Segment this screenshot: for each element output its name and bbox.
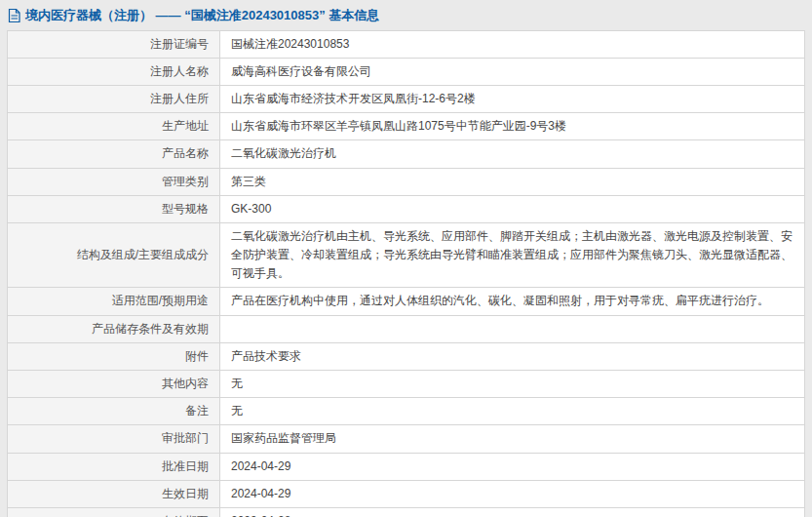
row-label-text: 注册人名称 (150, 64, 209, 78)
row-value: 2024-04-29 (220, 453, 805, 480)
table-row: 适用范围/预期用途产品在医疗机构中使用，通过对人体组织的汽化、碳化、凝固和照射，… (8, 288, 805, 315)
row-label: 其他内容 (8, 371, 220, 398)
row-label: 管理类别 (8, 168, 220, 195)
row-value: 国械注准20243010853 (220, 30, 805, 58)
row-value: 国家药品监督管理局 (220, 425, 805, 453)
table-row: 备注无 (8, 398, 805, 425)
table-row: 型号规格GK-300 (8, 195, 805, 222)
row-label: 备注 (8, 398, 220, 425)
row-label-text: 产品名称 (162, 146, 209, 160)
row-value: 2029-04-28 (220, 507, 805, 517)
row-label: 适用范围/预期用途 (8, 288, 220, 315)
row-label-text: 注册人住所 (150, 92, 209, 105)
row-label: 审批部门 (8, 425, 220, 453)
row-label-text: 其他内容 (162, 377, 209, 390)
row-value: 2024-04-29 (220, 480, 805, 507)
row-value: 无 (220, 371, 805, 398)
table-row: 注册人名称威海高科医疗设备有限公司 (8, 58, 805, 85)
row-label: 结构及组成/主要组成成分 (8, 222, 220, 288)
table-row: 产品储存条件及有效期 (8, 315, 805, 342)
row-label: 有效期至 (8, 507, 220, 517)
row-value: 产品在医疗机构中使用，通过对人体组织的汽化、碳化、凝固和照射，用于对寻常疣、扁平… (220, 288, 805, 315)
table-row: 注册证编号国械注准20243010853 (8, 30, 805, 58)
row-label: 生产地址 (8, 113, 220, 140)
row-label-text: 型号规格 (162, 202, 209, 216)
row-label: 注册人名称 (8, 58, 220, 85)
row-label-text: 备注 (185, 404, 209, 418)
table-row: 审批部门国家药品监督管理局 (8, 425, 805, 453)
document-icon (8, 9, 20, 22)
page: 境内医疗器械（注册） —— “国械注准20243010853” 基本信息 注册证… (0, 0, 812, 517)
row-value: GK-300 (220, 195, 805, 222)
row-label: 注册人住所 (8, 85, 220, 112)
row-label: 批准日期 (8, 453, 220, 480)
row-value: 山东省威海市经济技术开发区凤凰街-12-6号2楼 (220, 85, 805, 112)
row-label-text: 审批部门 (162, 431, 209, 445)
row-label: 附件 (8, 342, 220, 370)
row-value: 山东省威海市环翠区羊亭镇凤凰山路1075号中节能产业园-9号3楼 (220, 113, 805, 140)
table-row: 批准日期2024-04-29 (8, 453, 805, 480)
row-value: 第三类 (220, 168, 805, 195)
info-table-body: 注册证编号国械注准20243010853注册人名称威海高科医疗设备有限公司注册人… (8, 30, 805, 517)
row-label-text: 管理类别 (162, 175, 209, 188)
row-value: 威海高科医疗设备有限公司 (220, 58, 805, 85)
row-label: 生效日期 (8, 480, 220, 507)
row-value: 无 (220, 398, 805, 425)
row-label-text: 附件 (185, 349, 209, 363)
table-row: 生效日期2024-04-29 (8, 480, 805, 507)
table-row: 产品名称二氧化碳激光治疗机 (8, 140, 805, 168)
table-row: 生产地址山东省威海市环翠区羊亭镇凤凰山路1075号中节能产业园-9号3楼 (8, 113, 805, 140)
row-value: 二氧化碳激光治疗机由主机、导光系统、应用部件、脚踏开关组成；主机由激光器、激光电… (220, 222, 805, 288)
table-row: 附件产品技术要求 (8, 342, 805, 370)
row-label: 注册证编号 (8, 30, 220, 58)
row-label-text: 生效日期 (162, 487, 209, 500)
info-table: 注册证编号国械注准20243010853注册人名称威海高科医疗设备有限公司注册人… (7, 30, 805, 517)
table-row: 注册人住所山东省威海市经济技术开发区凤凰街-12-6号2楼 (8, 85, 805, 112)
row-value: 产品技术要求 (220, 342, 805, 370)
page-title-text: 境内医疗器械（注册） —— “国械注准20243010853” 基本信息 (25, 8, 379, 23)
table-row: 有效期至2029-04-28 (8, 507, 805, 517)
row-value: 二氧化碳激光治疗机 (220, 140, 805, 168)
row-value (220, 315, 805, 342)
row-label-text: 产品储存条件及有效期 (92, 322, 209, 336)
row-label: 产品储存条件及有效期 (8, 315, 220, 342)
row-label-text: 适用范围/预期用途 (112, 294, 209, 307)
row-label-text: 批准日期 (162, 459, 209, 473)
row-label-text: 结构及组成/主要组成成分 (77, 248, 209, 261)
row-label: 型号规格 (8, 195, 220, 222)
table-row: 管理类别第三类 (8, 168, 805, 195)
row-label: 产品名称 (8, 140, 220, 168)
row-label-text: 注册证编号 (150, 37, 209, 51)
table-row: 结构及组成/主要组成成分二氧化碳激光治疗机由主机、导光系统、应用部件、脚踏开关组… (8, 222, 805, 288)
table-row: 其他内容无 (8, 371, 805, 398)
row-label-text: 生产地址 (162, 119, 209, 133)
page-title: 境内医疗器械（注册） —— “国械注准20243010853” 基本信息 (0, 0, 812, 30)
